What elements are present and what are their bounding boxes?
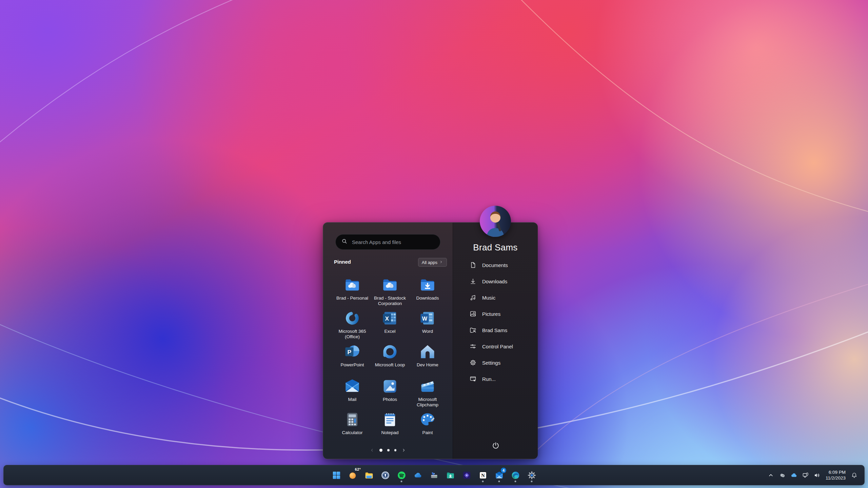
sidebar-item-control-panel[interactable]: Control Panel (453, 338, 538, 354)
page-dot-2[interactable] (387, 449, 390, 451)
sidebar-item-music[interactable]: Music (453, 289, 538, 306)
desktop: Pinned All apps Brad - PersonalBrad - St… (0, 0, 868, 488)
app-tile-label: Brad - Personal (336, 296, 368, 301)
app-tile-label: Word (422, 329, 433, 334)
tray-onedrive-status-icon[interactable] (789, 469, 799, 482)
taskbar-mail-button[interactable]: 4 (492, 468, 507, 483)
loop-icon (381, 343, 399, 361)
weather-moon-icon (348, 471, 357, 480)
app-tile-photos[interactable]: Photos (371, 378, 409, 402)
page-next-icon[interactable] (401, 448, 406, 453)
app-tile-label: Downloads (416, 296, 439, 301)
all-apps-button[interactable]: All apps (418, 258, 447, 267)
excel-icon: X (381, 309, 399, 327)
photos-icon (381, 378, 399, 395)
taskbar: 62°N4 6:09 PM 11/2/2023 (3, 465, 865, 485)
movies-icon (462, 471, 471, 480)
app-tile-microsoft-365-office[interactable]: Microsoft 365 (Office) (334, 309, 371, 340)
app-tile-notepad[interactable]: Notepad (371, 411, 409, 435)
taskbar-file-explorer-button[interactable] (361, 468, 376, 483)
taskbar-edge-button[interactable] (508, 468, 523, 483)
taskbar-movies-tv-button[interactable] (459, 468, 474, 483)
sidebar-item-label: Documents (482, 262, 508, 268)
calculator-icon (343, 411, 361, 428)
page-indicator (323, 448, 453, 453)
app-tile-label: Mail (348, 397, 357, 402)
app-tile-calculator[interactable]: Calculator (334, 411, 371, 435)
page-dot-1[interactable] (379, 449, 383, 452)
tray-volume-icon[interactable] (812, 469, 822, 482)
app-tile-label: Notepad (381, 430, 398, 435)
app-tile-label: Excel (384, 329, 395, 334)
sidebar-item-downloads[interactable]: Downloads (453, 273, 538, 289)
app-tile-paint[interactable]: Paint (409, 411, 446, 435)
taskbar-weather-button[interactable]: 62° (345, 468, 360, 483)
sidebar-item-settings[interactable]: Settings (453, 354, 538, 371)
app-tile-label: Brad - Stardock Corporation (372, 296, 408, 306)
app-tile-excel[interactable]: XExcel (371, 309, 409, 334)
clipchamp-icon (419, 378, 436, 395)
start-menu: Pinned All apps Brad - PersonalBrad - St… (323, 222, 538, 459)
onepassword-icon (381, 471, 390, 480)
app-tile-word[interactable]: WWord (409, 309, 446, 334)
tray-background-app-icon[interactable] (777, 469, 788, 482)
taskbar-storage-drive-button[interactable] (427, 468, 441, 483)
word-icon: W (419, 309, 436, 327)
app-tile-label: Paint (422, 430, 433, 435)
control-panel-icon (469, 343, 477, 350)
taskbar-start-button[interactable] (329, 468, 344, 483)
app-tile-label: Microsoft 365 (Office) (334, 329, 371, 340)
user-name: Brad Sams (453, 242, 538, 253)
search-input[interactable] (335, 234, 440, 250)
app-tile-downloads[interactable]: Downloads (409, 276, 446, 301)
app-tile-dev-home[interactable]: Dev Home (409, 343, 446, 368)
sidebar-item-brad-sams[interactable]: Brad Sams (453, 322, 538, 338)
svg-text:P: P (348, 349, 352, 355)
page-dot-3[interactable] (394, 449, 397, 451)
sidebar-item-label: Control Panel (482, 344, 513, 349)
app-tile-mail[interactable]: Mail (334, 378, 371, 402)
sidebar-item-label: Brad Sams (482, 327, 507, 333)
app-tile-microsoft-clipchamp[interactable]: Microsoft Clipchamp (409, 378, 446, 408)
app-tile-label: Dev Home (417, 362, 438, 368)
sidebar-item-label: Music (482, 295, 495, 301)
clock[interactable]: 6:09 PM 11/2/2023 (826, 469, 846, 481)
music-icon (469, 294, 477, 301)
tray-network-icon[interactable] (800, 469, 811, 482)
chevron-right-icon (439, 260, 443, 265)
sidebar-item-run[interactable]: Run... (453, 371, 538, 387)
tray-hidden-icons-icon[interactable] (766, 469, 776, 482)
start-menu-main-panel: Pinned All apps Brad - PersonalBrad - St… (323, 223, 453, 459)
unread-count-badge: 4 (501, 468, 506, 473)
all-apps-label: All apps (422, 260, 437, 265)
taskbar-settings-button[interactable] (524, 468, 539, 483)
running-indicator (401, 481, 402, 482)
app-tile-powerpoint[interactable]: PPowerPoint (334, 343, 371, 368)
app-tile-label: Microsoft Loop (375, 362, 405, 368)
avatar[interactable] (480, 206, 511, 237)
running-indicator (498, 481, 500, 482)
sidebar-item-pictures[interactable]: Pictures (453, 306, 538, 322)
sidebar-item-label: Run... (482, 376, 496, 382)
page-prev-icon[interactable] (370, 448, 375, 453)
edge-icon (511, 471, 520, 480)
app-tile-label: Photos (383, 397, 397, 402)
taskbar-spotify-button[interactable] (394, 468, 409, 483)
svg-text:N: N (481, 472, 485, 478)
taskbar-notion-button[interactable]: N (475, 468, 490, 483)
app-tile-brad-personal[interactable]: Brad - Personal (334, 276, 371, 301)
storage-icon (430, 471, 439, 480)
app-tile-microsoft-loop[interactable]: Microsoft Loop (371, 343, 409, 368)
power-button[interactable] (489, 439, 503, 453)
search-field[interactable] (351, 239, 435, 245)
run-icon (469, 375, 477, 383)
notifications-bell-icon[interactable] (849, 469, 860, 482)
taskbar-onedrive-button[interactable] (410, 468, 425, 483)
taskbar-1password-button[interactable] (378, 468, 393, 483)
running-indicator (531, 481, 533, 482)
mail-icon (343, 378, 361, 395)
taskbar-downloads-folder-button[interactable] (443, 468, 458, 483)
notion-icon: N (478, 471, 488, 480)
app-tile-brad-stardock-corporation[interactable]: Brad - Stardock Corporation (371, 276, 409, 306)
sidebar-item-documents[interactable]: Documents (453, 257, 538, 273)
